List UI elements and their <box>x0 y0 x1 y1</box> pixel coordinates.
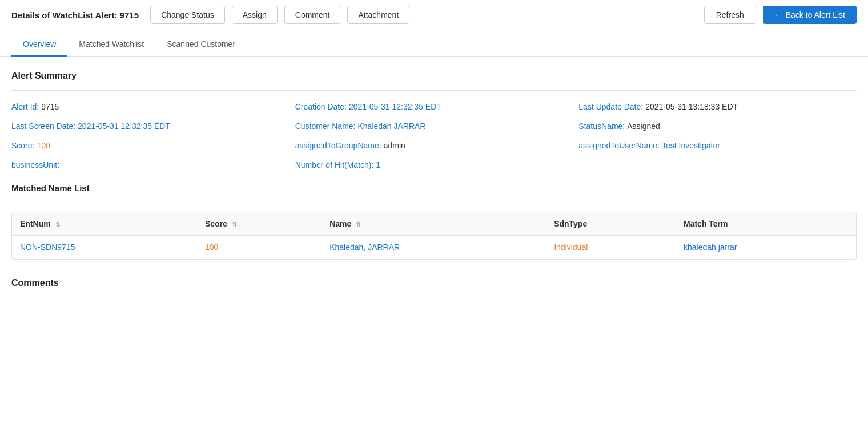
customer-name-value: Khaledah JARRAR <box>357 122 425 131</box>
tab-matched-watchlist-label: Matched Watchlist <box>79 39 144 49</box>
comment-button[interactable]: Comment <box>284 6 341 24</box>
table-body: NON-SDN9715 100 Khaledah, JARRAR Individ… <box>12 236 856 259</box>
alert-id-value: 9715 <box>41 102 59 111</box>
attachment-button[interactable]: Attachment <box>347 6 409 24</box>
back-to-alert-list-label: Back to Alert List <box>786 10 845 19</box>
assigned-to-user-field: assignedToUserName: Test Investigator <box>578 141 857 150</box>
last-screen-date-value: 2021-05-31 12:32:35 EDT <box>78 122 170 131</box>
assigned-to-user-label: assignedToUserName: <box>578 141 660 150</box>
last-screen-date-field: Last Screen Date: 2021-05-31 12:32:35 ED… <box>11 122 290 131</box>
score-label: Score: <box>11 141 34 150</box>
assigned-to-group-label: assignedToGroupName: <box>295 141 381 150</box>
assigned-to-group-value: admin <box>384 141 405 150</box>
tab-overview[interactable]: Overview <box>11 33 67 57</box>
number-of-hit-value: 1 <box>376 160 380 169</box>
last-update-date-label: Last Update Date: <box>578 102 643 111</box>
creation-date-label: Creation Date: <box>295 102 347 111</box>
col-sdn-type: SdnType <box>546 212 676 236</box>
sort-icon-name: ⇅ <box>356 221 361 228</box>
tab-scanned-customer-label: Scanned Customer <box>167 39 235 49</box>
tab-scanned-customer[interactable]: Scanned Customer <box>155 33 247 57</box>
comments-title: Comments <box>11 278 857 288</box>
status-name-label: StatusName: <box>578 122 625 131</box>
page-header: Details of WatchList Alert: 9715 Change … <box>0 0 868 30</box>
customer-name-label: Customer Name: <box>295 122 356 131</box>
matched-name-list-title: Matched Name List <box>11 183 857 193</box>
matched-name-list-table-container: EntNum ⇅ Score ⇅ Name ⇅ SdnType Match Te… <box>11 212 857 260</box>
creation-date-field: Creation Date: 2021-05-31 12:32:35 EDT <box>295 102 573 111</box>
tab-matched-watchlist[interactable]: Matched Watchlist <box>67 33 155 57</box>
main-content: Alert Summary Alert Id: 9715 Creation Da… <box>0 57 868 311</box>
score-value: 100 <box>37 141 50 150</box>
col-match-term: Match Term <box>676 212 856 236</box>
table-header: EntNum ⇅ Score ⇅ Name ⇅ SdnType Match Te… <box>12 212 856 236</box>
alert-summary-divider <box>11 90 857 91</box>
refresh-button[interactable]: Refresh <box>704 6 756 24</box>
status-name-value: Assigned <box>627 122 660 131</box>
number-of-hit-label: Number of Hit(Match): <box>295 160 374 169</box>
last-update-date-field: Last Update Date: 2021-05-31 13:18:33 ED… <box>578 102 857 111</box>
last-screen-date-label: Last Screen Date: <box>11 122 75 131</box>
tab-bar: Overview Matched Watchlist Scanned Custo… <box>0 33 868 57</box>
alert-id-field: Alert Id: 9715 <box>11 102 290 111</box>
matched-name-list-table: EntNum ⇅ Score ⇅ Name ⇅ SdnType Match Te… <box>12 212 856 259</box>
assigned-to-group-field: assignedToGroupName: admin <box>295 141 573 150</box>
number-of-hit-field: Number of Hit(Match): 1 <box>295 160 573 169</box>
change-status-button[interactable]: Change Status <box>150 6 225 24</box>
assign-button[interactable]: Assign <box>232 6 278 24</box>
cell-name[interactable]: Khaledah, JARRAR <box>322 236 546 259</box>
comments-section: Comments <box>11 278 857 288</box>
creation-date-value: 2021-05-31 12:32:35 EDT <box>349 102 441 111</box>
score-field: Score: 100 <box>11 141 290 150</box>
arrow-left-icon: ← <box>774 10 782 19</box>
cell-match-term[interactable]: khaledah jarrar <box>676 236 856 259</box>
cell-score: 100 <box>197 236 322 259</box>
page-title: Details of WatchList Alert: 9715 <box>11 10 139 20</box>
col-ent-num[interactable]: EntNum ⇅ <box>12 212 197 236</box>
status-name-field: StatusName: Assigned <box>578 122 857 131</box>
customer-name-field: Customer Name: Khaledah JARRAR <box>295 122 573 131</box>
alert-summary-title: Alert Summary <box>11 71 857 81</box>
col-name[interactable]: Name ⇅ <box>322 212 546 236</box>
empty-cell <box>578 160 857 169</box>
sort-icon-ent-num: ⇅ <box>55 221 61 228</box>
assigned-to-user-value: Test Investigator <box>662 141 720 150</box>
sort-icon-score: ⇅ <box>232 221 237 228</box>
cell-sdn-type: Individual <box>546 236 676 259</box>
col-score[interactable]: Score ⇅ <box>197 212 322 236</box>
table-row: NON-SDN9715 100 Khaledah, JARRAR Individ… <box>12 236 856 259</box>
alert-info-grid: Alert Id: 9715 Creation Date: 2021-05-31… <box>11 102 857 169</box>
last-update-date-value: 2021-05-31 13:18:33 EDT <box>645 102 738 111</box>
matched-name-list-divider <box>11 200 857 200</box>
cell-ent-num[interactable]: NON-SDN9715 <box>12 236 197 259</box>
tab-overview-label: Overview <box>23 39 56 49</box>
back-to-alert-list-button[interactable]: ← Back to Alert List <box>763 6 857 24</box>
business-unit-label: businessUnit: <box>11 160 59 169</box>
alert-id-label: Alert Id: <box>11 102 39 111</box>
business-unit-field: businessUnit: <box>11 160 290 169</box>
